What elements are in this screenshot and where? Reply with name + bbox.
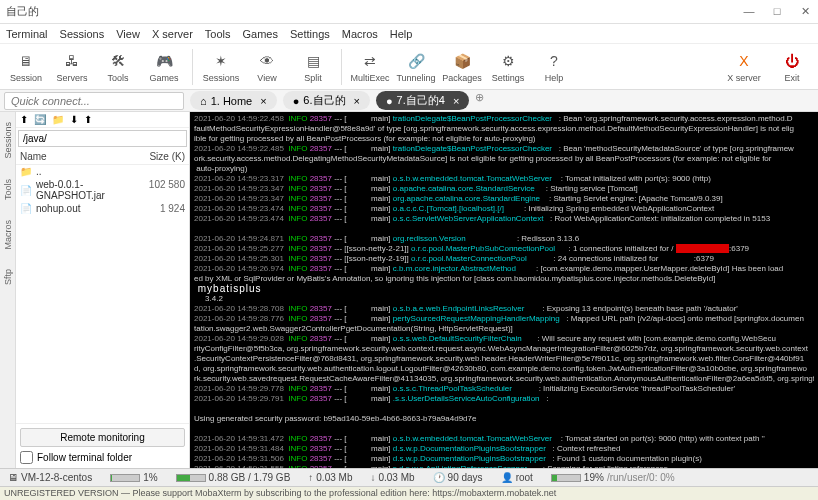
- quick-connect-input[interactable]: [4, 92, 184, 110]
- terminal-line: 2021-06-20 14:59:25.301 INFO 28357 --- […: [194, 254, 814, 264]
- terminal-line: 2021-06-20 14:59:29.791 INFO 28357 --- […: [194, 394, 814, 404]
- toolbar-packages[interactable]: 📦Packages: [442, 51, 482, 83]
- terminal-line: ed by XML or SqlProvider or MyBatis's An…: [194, 274, 814, 284]
- toolbar-sessions[interactable]: ✶Sessions: [201, 51, 241, 83]
- quick-bar: ⌂1. Home×●6.自己的×●7.自己的4×⊕: [0, 90, 818, 112]
- terminal-line: 2021-06-20 14:59:23.347 INFO 28357 --- […: [194, 194, 814, 204]
- status-icon: ↑: [308, 472, 313, 483]
- toolbar-settings[interactable]: ⚙Settings: [488, 51, 528, 83]
- terminal-line: 2021-06-20 14:59:28.776 INFO 28357 --- […: [194, 314, 814, 324]
- col-size[interactable]: Size (K): [141, 151, 185, 162]
- toolbar-split[interactable]: ▤Split: [293, 51, 333, 83]
- file-row[interactable]: 📄web-0.0.1-GNAPSHOT.jar102 580: [16, 178, 189, 202]
- packages-icon: 📦: [452, 51, 472, 71]
- window-title: 自己的: [6, 4, 39, 19]
- nav-up-icon[interactable]: ⬆: [20, 114, 28, 125]
- remote-monitoring-button[interactable]: Remote monitoring: [20, 428, 185, 447]
- status-segment: 🕐90 days: [429, 472, 487, 483]
- side-tab-macros[interactable]: Macros: [3, 220, 13, 250]
- path-input[interactable]: [18, 130, 187, 147]
- menu-x-server[interactable]: X server: [152, 28, 193, 40]
- menu-settings[interactable]: Settings: [290, 28, 330, 40]
- new-tab-button[interactable]: ⊕: [475, 91, 484, 110]
- terminal-line: faultMethodSecurityExpressionHandler@5f8…: [194, 124, 814, 134]
- terminal-line: 2021-06-20 14:59:23.347 INFO 28357 --- […: [194, 184, 814, 194]
- toolbar-exit[interactable]: ⏻Exit: [772, 51, 812, 83]
- side-tab-sessions[interactable]: Sessions: [3, 122, 13, 159]
- file-row[interactable]: 📁..: [16, 165, 189, 178]
- terminal-line: 2021-06-20 14:59:29.778 INFO 28357 --- […: [194, 384, 814, 394]
- menubar: TerminalSessionsViewX serverToolsGamesSe…: [0, 24, 818, 44]
- follow-terminal-checkbox[interactable]: Follow terminal folder: [20, 451, 185, 464]
- terminal-line: [194, 224, 814, 234]
- terminal-line: d, org.springframework.security.web.auth…: [194, 364, 814, 374]
- close-icon[interactable]: ✕: [798, 5, 812, 18]
- toolbar-tunneling[interactable]: 🔗Tunneling: [396, 51, 436, 83]
- terminal-line: mybatisplus: [194, 284, 814, 294]
- toolbar-view[interactable]: 👁View: [247, 51, 287, 83]
- file-row[interactable]: 📄nohup.out1 924: [16, 202, 189, 215]
- toolbar-multiexec[interactable]: ⇄MultiExec: [350, 51, 390, 83]
- status-icon: 🕐: [433, 472, 445, 483]
- side-tab-strip: Sessions Tools Macros Sftp: [0, 112, 16, 468]
- status-icon: ↓: [370, 472, 375, 483]
- maximize-icon[interactable]: □: [770, 5, 784, 18]
- file-icon: 📁: [20, 166, 32, 177]
- toolbar-help[interactable]: ?Help: [534, 51, 574, 83]
- side-tab-tools[interactable]: Tools: [3, 179, 13, 200]
- toolbar-x-server[interactable]: XX server: [724, 51, 764, 83]
- tab-close-icon[interactable]: ×: [260, 95, 266, 107]
- follow-label: Follow terminal folder: [37, 452, 132, 463]
- toolbar: 🖥Session🖧Servers🛠Tools🎮Games✶Sessions👁Vi…: [0, 44, 818, 90]
- terminal-line: rk.security.web.savedrequest.RequestCach…: [194, 374, 814, 384]
- menu-games[interactable]: Games: [243, 28, 278, 40]
- view-icon: 👁: [257, 51, 277, 71]
- toolbar-servers[interactable]: 🖧Servers: [52, 51, 92, 83]
- minimize-icon[interactable]: —: [742, 5, 756, 18]
- terminal-line: 2021-06-20 14:59:23.317 INFO 28357 --- […: [194, 174, 814, 184]
- menu-terminal[interactable]: Terminal: [6, 28, 48, 40]
- toolbar-tools[interactable]: 🛠Tools: [98, 51, 138, 83]
- session-tab[interactable]: ⌂1. Home×: [190, 91, 277, 110]
- upload-icon[interactable]: ⬆: [84, 114, 92, 125]
- follow-checkbox[interactable]: [20, 451, 33, 464]
- multiexec-icon: ⇄: [360, 51, 380, 71]
- tab-close-icon[interactable]: ×: [354, 95, 360, 107]
- menu-view[interactable]: View: [116, 28, 140, 40]
- terminal-line: .SecurityContextPersistenceFilter@768d84…: [194, 354, 814, 364]
- status-segment: 👤root: [497, 472, 537, 483]
- download-icon[interactable]: ⬇: [70, 114, 78, 125]
- file-icon: 📄: [20, 185, 32, 196]
- status-segment: 1%: [106, 472, 161, 483]
- session-tab[interactable]: ●6.自己的×: [283, 91, 370, 110]
- new-folder-icon[interactable]: 📁: [52, 114, 64, 125]
- terminal-line: ork.security.access.method.DelegatingMet…: [194, 154, 814, 164]
- col-name[interactable]: Name: [20, 151, 141, 162]
- status-segment: ↓0.03 Mb: [366, 472, 418, 483]
- terminal-line: 2021-06-20 14:59:28.708 INFO 28357 --- […: [194, 304, 814, 314]
- menu-tools[interactable]: Tools: [205, 28, 231, 40]
- statusbar: 🖥 VM-12-8-centos1%0.88 GB / 1.79 GB↑0.03…: [0, 468, 818, 486]
- status-segment: 0.88 GB / 1.79 GB: [172, 472, 295, 483]
- menu-macros[interactable]: Macros: [342, 28, 378, 40]
- sessions-icon: ✶: [211, 51, 231, 71]
- terminal-line: auto-proxying): [194, 164, 814, 174]
- terminal-line: tation.swagger2.web.Swagger2ControllerPg…: [194, 324, 814, 334]
- refresh-icon[interactable]: 🔄: [34, 114, 46, 125]
- toolbar-session[interactable]: 🖥Session: [6, 51, 46, 83]
- status-icon: 👤: [501, 472, 513, 483]
- menu-help[interactable]: Help: [390, 28, 413, 40]
- terminal-line: [194, 404, 814, 414]
- terminal-line: 2021-06-20 14:59:24.871 INFO 28357 --- […: [194, 234, 814, 244]
- tab-icon: ●: [386, 95, 393, 107]
- terminal[interactable]: 2021-06-20 14:59:22.458 INFO 28357 --- […: [190, 112, 818, 468]
- side-tab-sftp[interactable]: Sftp: [3, 269, 13, 285]
- session-tab[interactable]: ●7.自己的4×: [376, 91, 469, 110]
- tab-close-icon[interactable]: ×: [453, 95, 459, 107]
- tab-icon: ⌂: [200, 95, 207, 107]
- terminal-line: 2021-06-20 14:59:23.474 INFO 28357 --- […: [194, 214, 814, 224]
- terminal-line: rityConfigFilter@5f5b3ca, org.springfram…: [194, 344, 814, 354]
- toolbar-games[interactable]: 🎮Games: [144, 51, 184, 83]
- menu-sessions[interactable]: Sessions: [60, 28, 105, 40]
- terminal-line: 2021-06-20 14:59:31.484 INFO 28357 --- […: [194, 444, 814, 454]
